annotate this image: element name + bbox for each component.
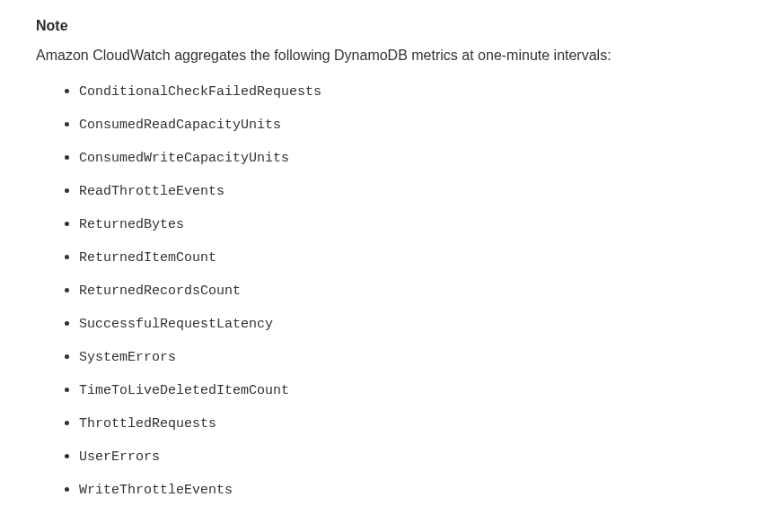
metric-code: ReturnedBytes <box>79 217 184 232</box>
list-item: SuccessfulRequestLatency <box>79 315 747 332</box>
metric-code: WriteThrottleEvents <box>79 483 233 498</box>
metric-code: ConsumedReadCapacityUnits <box>79 118 281 133</box>
metric-code: ConsumedWriteCapacityUnits <box>79 151 289 166</box>
list-item: TimeToLiveDeletedItemCount <box>79 381 747 398</box>
note-block: Note Amazon CloudWatch aggregates the fo… <box>36 18 747 498</box>
note-intro: Amazon CloudWatch aggregates the followi… <box>36 45 747 66</box>
list-item: ReturnedRecordsCount <box>79 282 747 299</box>
metric-code: TimeToLiveDeletedItemCount <box>79 383 289 398</box>
metric-code: ReadThrottleEvents <box>79 184 224 199</box>
note-heading: Note <box>36 18 747 34</box>
list-item: ConsumedReadCapacityUnits <box>79 116 747 133</box>
list-item: SystemErrors <box>79 348 747 365</box>
metric-code: ConditionalCheckFailedRequests <box>79 84 321 100</box>
list-item: UserErrors <box>79 448 747 465</box>
metric-code: SystemErrors <box>79 350 176 365</box>
metric-code: ReturnedItemCount <box>79 250 216 266</box>
list-item: ReturnedBytes <box>79 215 747 232</box>
metric-code: ThrottledRequests <box>79 416 216 432</box>
list-item: ReadThrottleEvents <box>79 182 747 199</box>
list-item: ConditionalCheckFailedRequests <box>79 83 747 100</box>
metrics-list: ConditionalCheckFailedRequestsConsumedRe… <box>36 83 747 498</box>
metric-code: UserErrors <box>79 449 160 465</box>
list-item: ConsumedWriteCapacityUnits <box>79 149 747 166</box>
metric-code: ReturnedRecordsCount <box>79 283 241 299</box>
list-item: ReturnedItemCount <box>79 249 747 266</box>
list-item: ThrottledRequests <box>79 414 747 432</box>
metric-code: SuccessfulRequestLatency <box>79 317 273 332</box>
list-item: WriteThrottleEvents <box>79 481 747 498</box>
